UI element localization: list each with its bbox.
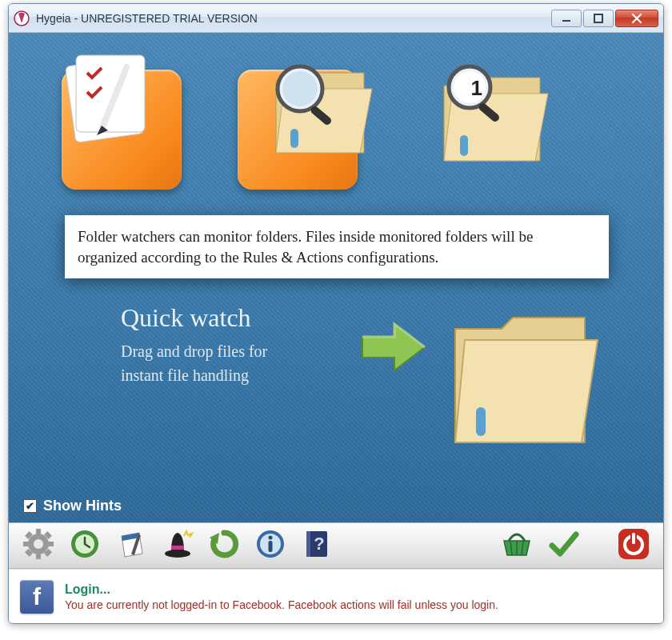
svg-point-34	[269, 536, 273, 540]
svg-rect-37	[306, 531, 310, 557]
edit-button[interactable]	[113, 527, 150, 564]
settings-button[interactable]	[20, 527, 57, 564]
maximize-button[interactable]	[583, 10, 614, 27]
svg-point-9	[282, 71, 318, 106]
svg-rect-30	[171, 546, 184, 550]
svg-rect-11	[460, 135, 468, 156]
svg-rect-18	[36, 553, 41, 559]
quick-watch-subtitle-2: instant file handling	[121, 363, 267, 387]
refresh-icon	[208, 528, 240, 563]
facebook-icon[interactable]: f	[20, 580, 54, 614]
main-content: 1 Folder watchers can monitor folders. F…	[9, 33, 663, 522]
login-link[interactable]: Login...	[65, 582, 498, 597]
svg-rect-19	[23, 542, 30, 546]
help-book-icon: ?	[301, 528, 333, 563]
window-controls	[551, 10, 658, 27]
refresh-button[interactable]	[206, 527, 242, 564]
checkbox-icon: ✔	[23, 499, 37, 513]
wizard-button[interactable]	[159, 527, 196, 564]
arrow-right-icon	[359, 319, 428, 378]
toolbar: ?	[9, 522, 663, 569]
basket-icon	[499, 528, 534, 563]
status-bar: f Login... You are currently not logged-…	[9, 569, 663, 623]
svg-text:?: ?	[314, 534, 324, 554]
svg-rect-7	[290, 129, 298, 148]
info-button[interactable]	[252, 527, 289, 564]
badged-folder-tile[interactable]: 1	[414, 54, 550, 190]
quick-watch-section: Quick watch Drag and drop files for inst…	[121, 303, 267, 387]
drop-folder-icon[interactable]	[441, 289, 609, 468]
folder-search-icon	[260, 49, 388, 180]
titlebar: Hygeia - UNREGISTERED TRIAL VERSION	[9, 4, 663, 33]
show-hints-label: Show Hints	[43, 498, 122, 514]
folder-watchers-tile[interactable]	[238, 54, 374, 190]
window-title: Hygeia - UNREGISTERED TRIAL VERSION	[36, 12, 551, 25]
timer-button[interactable]	[66, 527, 103, 564]
info-icon	[254, 528, 286, 563]
hint-text: Folder watchers can monitor folders. Fil…	[78, 228, 533, 266]
show-hints-checkbox[interactable]: ✔ Show Hints	[23, 498, 122, 514]
svg-rect-20	[47, 542, 54, 546]
rules-actions-tile[interactable]	[62, 54, 198, 190]
svg-rect-1	[562, 20, 570, 22]
checklist-icon	[55, 47, 159, 154]
tile-row: 1	[33, 54, 639, 190]
folder-badge-icon	[428, 49, 564, 188]
app-window: Hygeia - UNREGISTERED TRIAL VERSION	[8, 3, 664, 624]
svg-rect-4	[76, 55, 145, 132]
svg-point-25	[34, 539, 43, 549]
power-icon	[617, 527, 650, 564]
app-icon	[14, 10, 30, 26]
power-button[interactable]	[615, 527, 652, 564]
status-text: Login... You are currently not logged-in…	[65, 582, 498, 611]
svg-rect-17	[36, 529, 41, 535]
quick-watch-title: Quick watch	[121, 303, 267, 333]
svg-rect-2	[594, 14, 602, 22]
login-warning: You are currently not logged-in to Faceb…	[65, 598, 498, 611]
minimize-button[interactable]	[551, 10, 582, 27]
wizard-hat-icon	[162, 528, 194, 563]
gear-icon	[22, 528, 54, 563]
close-button[interactable]	[615, 10, 658, 27]
svg-rect-46	[632, 533, 635, 544]
hint-tooltip: Folder watchers can monitor folders. Fil…	[65, 215, 609, 278]
svg-rect-15	[476, 407, 486, 436]
svg-rect-35	[269, 541, 273, 552]
basket-button[interactable]	[498, 527, 535, 564]
checkmark-icon	[547, 528, 579, 563]
quick-watch-subtitle-1: Drag and drop files for	[121, 339, 267, 363]
help-button[interactable]: ?	[298, 527, 335, 564]
badge-count: 1	[471, 76, 482, 101]
notepad-icon	[115, 528, 147, 563]
clock-icon	[69, 528, 101, 563]
apply-button[interactable]	[545, 527, 582, 564]
